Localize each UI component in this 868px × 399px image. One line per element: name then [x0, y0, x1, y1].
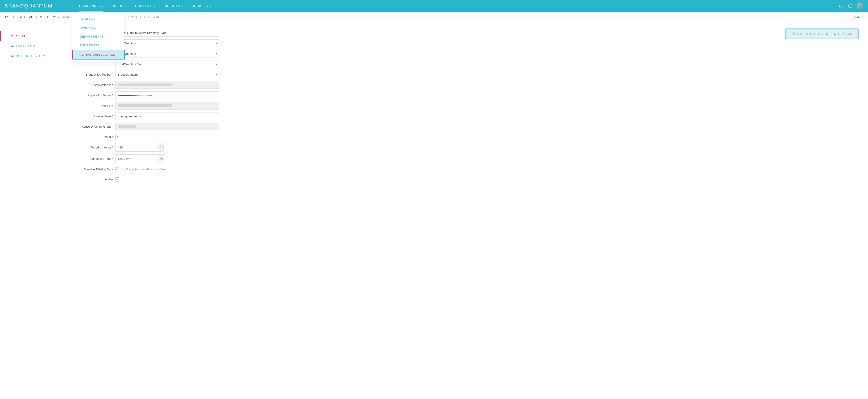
breadcrumb-part: SYNC	[128, 15, 138, 19]
interval-label: Periodic Interval*	[70, 146, 115, 149]
interval-input[interactable]	[115, 143, 158, 152]
chevron-down-icon: ⌄	[125, 5, 127, 7]
nav-label: INSIGHTS	[163, 4, 180, 8]
avatar[interactable]	[857, 2, 864, 9]
tenant-id-input[interactable]	[115, 102, 219, 110]
nav-users[interactable]: USERS ⌄	[107, 0, 131, 12]
breadcrumb-sep: |	[58, 15, 59, 19]
svg-rect-2	[6, 16, 8, 17]
top-nav-bar: BRANDQUANTUM COMPANIES ⌄ USERS ⌄ CONTENT…	[0, 0, 868, 12]
nav-label: UPDATES	[192, 4, 208, 8]
active-checkbox[interactable]	[115, 177, 119, 181]
brandoffice-select[interactable]	[115, 70, 219, 78]
override-label: Override Existing Data	[70, 168, 115, 171]
help-icon[interactable]	[846, 2, 855, 10]
back-button[interactable]: ‹ BACK	[846, 14, 864, 20]
tab-audit-log[interactable]: AUDIT LOG HISTORY	[0, 51, 70, 61]
appid-label: Application Id*	[70, 83, 115, 87]
breadcrumb-sep: |	[140, 15, 141, 19]
tenantid-label: Tenant Id*	[70, 104, 115, 108]
schedtime-label: Scheduled Time*	[70, 157, 115, 161]
name-input[interactable]	[115, 29, 219, 37]
domain-input[interactable]	[115, 112, 219, 120]
notification-dot-icon	[842, 3, 843, 5]
interval-spinner: ▲ ▼	[158, 143, 164, 152]
signature-select[interactable]	[115, 60, 219, 68]
spinner-up[interactable]: ▲	[158, 143, 163, 148]
chevron-left-icon: ‹	[849, 16, 850, 19]
appsecret-label: Application Secret*	[70, 94, 115, 97]
form: x x ▾ x ▾ x ▾ Brand	[70, 22, 219, 399]
brand-logo: BRANDQUANTUM	[4, 3, 53, 9]
chevron-down-icon: ⌄	[153, 5, 155, 7]
domain-label: Domain Name*	[70, 115, 115, 118]
nav-content[interactable]: CONTENT ⌄	[131, 0, 159, 12]
scheduled-time-input[interactable]	[115, 154, 158, 163]
svg-point-0	[848, 4, 852, 8]
periodic-checkbox[interactable]	[115, 135, 119, 139]
application-secret-input[interactable]	[115, 91, 219, 99]
page-icon	[4, 15, 8, 19]
nav-companies[interactable]: COMPANIES ⌄	[75, 0, 107, 12]
periodic-label: Periodic	[70, 135, 115, 139]
nav-insights[interactable]: INSIGHTS ⌄	[159, 0, 188, 12]
nav-updates[interactable]: UPDATES ⌄	[188, 0, 215, 12]
override-hint: Only locked data will be overridden	[126, 168, 165, 171]
dropdown-active-directories[interactable]: ACTIVE DIRECTORIES	[72, 50, 125, 59]
svg-rect-1	[5, 16, 6, 18]
dropdown-divisions[interactable]: DIVISIONS	[72, 23, 124, 32]
breadcrumb-part: GENERAL	[143, 15, 160, 19]
breadcrumb-bar: EDIT ACTIVE DIRECTORY | BRANDQ SYNC | GE…	[0, 12, 868, 22]
spinner-down[interactable]: ▼	[158, 148, 163, 152]
dropdown-addresses[interactable]: ADDRESSES	[72, 41, 124, 50]
tab-activity-log[interactable]: ACTIVITY LOG	[0, 41, 70, 51]
back-label: BACK	[852, 16, 860, 19]
application-id-input[interactable]	[115, 81, 219, 89]
override-checkbox[interactable]	[115, 167, 119, 171]
chevron-down-icon: ⌄	[101, 5, 103, 7]
svg-point-4	[793, 33, 795, 35]
breadcrumb-part: EDIT ACTIVE DIRECTORY	[10, 15, 57, 19]
tab-general[interactable]: GENERAL	[0, 31, 70, 41]
nav-label: COMPANIES	[79, 4, 100, 8]
left-tabs: GENERAL ACTIVITY LOG AUDIT LOG HISTORY	[0, 22, 70, 399]
companies-dropdown: COMPANY DIVISIONS DEPARTMENTS ADDRESSES …	[72, 12, 124, 62]
execute-job-label: EXECUTE ACTIVE DIRECTORY JOB	[797, 32, 852, 35]
company-select[interactable]	[115, 39, 219, 47]
nav-label: USERS	[112, 4, 123, 8]
division-select[interactable]	[115, 50, 219, 57]
brandoffice-label: BrandOffice Toolbar*	[70, 73, 115, 76]
clock-icon[interactable]	[158, 154, 165, 163]
notifications-bell-icon[interactable]	[837, 2, 845, 10]
chevron-down-icon: ⌄	[182, 5, 184, 7]
dropdown-departments[interactable]: DEPARTMENTS	[72, 32, 124, 41]
active-label: Active	[70, 178, 115, 181]
execute-job-container: EXECUTE ACTIVE DIRECTORY JOB	[785, 29, 859, 39]
execute-job-button[interactable]: EXECUTE ACTIVE DIRECTORY JOB	[787, 30, 858, 38]
dropdown-company[interactable]: COMPANY	[72, 15, 124, 23]
ad-group-input[interactable]	[115, 123, 219, 131]
nav-label: CONTENT	[135, 4, 152, 8]
chevron-down-icon: ⌄	[209, 5, 211, 7]
main-nav: COMPANIES ⌄ USERS ⌄ CONTENT ⌄ INSIGHTS ⌄…	[75, 0, 215, 12]
adgroup-label: Active Directory Group*	[70, 125, 115, 128]
